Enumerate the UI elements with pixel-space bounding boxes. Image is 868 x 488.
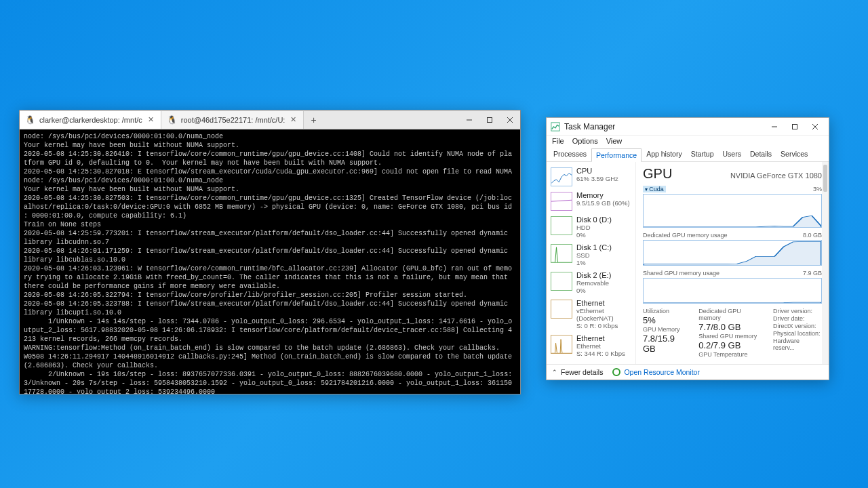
shmem-label: Shared GPU memory usage xyxy=(643,270,719,277)
sidebar-item-label: Ethernet xyxy=(576,300,631,307)
terminal-tab-2-label: root@46d175e22171: /mnt/c/U: xyxy=(181,116,285,124)
stat-shmem-value: 0.2/7.9 GB xyxy=(698,340,764,350)
fewer-details-button[interactable]: ⌃Fewer details xyxy=(552,368,603,376)
stat-util-label: Utilization xyxy=(643,308,689,314)
disk-mini-graph xyxy=(551,272,572,291)
memory-mini-graph xyxy=(551,192,572,211)
terminal-tabbar: 🐧 clarker@clarkerdesktop: /mnt/c ✕ 🐧 roo… xyxy=(20,110,520,129)
task-manager-title: Task Manager xyxy=(564,122,765,131)
close-button[interactable] xyxy=(500,112,520,128)
menu-view[interactable]: View xyxy=(606,137,623,145)
sidebar-item-disk-c[interactable]: Disk 1 (C:)SSD1% xyxy=(547,241,635,269)
stat-temp-label: GPU Temperature xyxy=(698,351,764,358)
stat-dedmem-value: 7.7/8.0 GB xyxy=(698,322,764,332)
sidebar-item-disk-d[interactable]: Disk 0 (D:)HDD0% xyxy=(547,214,635,241)
task-manager-icon xyxy=(551,122,560,131)
close-icon[interactable]: ✕ xyxy=(289,115,298,124)
dedicated-memory-chart[interactable] xyxy=(643,240,822,266)
gpu-details: Driver version: Driver date: DirectX ver… xyxy=(773,308,822,358)
menu-options[interactable]: Options xyxy=(572,137,598,145)
stat-dedmem-label: Dedicated GPU memory xyxy=(698,308,764,321)
sidebar-item-label: Disk 2 (E:) xyxy=(576,272,611,279)
gpu-device-name: NVIDIA GeForce GTX 1080 xyxy=(730,171,822,180)
minimize-button[interactable] xyxy=(459,112,479,128)
disk-mini-graph xyxy=(551,216,572,235)
close-icon[interactable]: ✕ xyxy=(146,115,155,124)
cuda-dropdown[interactable]: ▾ Cuda xyxy=(643,186,666,192)
svg-rect-1 xyxy=(488,117,492,122)
menu-file[interactable]: File xyxy=(552,137,564,145)
sidebar-item-cpu[interactable]: CPU61% 3.59 GHz xyxy=(547,165,635,189)
linux-icon: 🐧 xyxy=(25,115,35,125)
tab-services[interactable]: Services xyxy=(776,148,812,161)
sidebar-item-label: Ethernet xyxy=(576,335,625,342)
sidebar-item-label: CPU xyxy=(576,167,618,175)
stat-gpumem-value: 7.8/15.9 GB xyxy=(643,333,689,354)
disk-mini-graph xyxy=(551,244,572,263)
terminal-tab-2[interactable]: 🐧 root@46d175e22171: /mnt/c/U: ✕ xyxy=(161,111,304,129)
open-resource-monitor-link[interactable]: Open Resource Monitor xyxy=(612,368,699,376)
terminal-tab-1[interactable]: 🐧 clarker@clarkerdesktop: /mnt/c ✕ xyxy=(20,111,161,129)
linux-icon: 🐧 xyxy=(167,115,177,125)
cuda-percent: 3% xyxy=(813,186,822,192)
stat-gpumem-label: GPU Memory xyxy=(643,326,689,333)
tab-details[interactable]: Details xyxy=(746,148,776,161)
task-manager-window: Task Manager File Options View Processes… xyxy=(546,117,829,380)
task-manager-tabs: Processes Performance App history Startu… xyxy=(547,148,829,162)
shmem-max: 7.9 GB xyxy=(803,270,822,277)
sidebar-item-label: Disk 1 (C:) xyxy=(576,244,612,251)
task-manager-titlebar[interactable]: Task Manager xyxy=(547,118,829,136)
maximize-button[interactable] xyxy=(479,112,500,128)
stat-util-value: 5% xyxy=(643,315,689,325)
dedmem-max: 8.0 GB xyxy=(803,232,822,239)
terminal-tab-1-label: clarker@clarkerdesktop: /mnt/c xyxy=(39,116,142,124)
tab-processes[interactable]: Processes xyxy=(549,148,591,161)
terminal-window: 🐧 clarker@clarkerdesktop: /mnt/c ✕ 🐧 roo… xyxy=(19,110,521,394)
tab-performance[interactable]: Performance xyxy=(591,148,642,162)
gpu-title: GPU xyxy=(643,166,672,182)
sidebar-item-label: Memory xyxy=(576,192,630,199)
task-manager-menubar: File Options View xyxy=(547,136,829,148)
dedmem-label: Dedicated GPU memory usage xyxy=(643,232,728,239)
performance-sidebar[interactable]: CPU61% 3.59 GHz Memory9.5/15.9 GB (60%) … xyxy=(547,162,636,364)
sidebar-item-label: Disk 0 (D:) xyxy=(576,216,612,224)
scrollbar[interactable] xyxy=(822,162,829,364)
ethernet-mini-graph xyxy=(551,335,572,354)
stat-shmem-label: Shared GPU memory xyxy=(698,333,764,340)
maximize-button[interactable] xyxy=(785,120,804,134)
new-tab-button[interactable]: + xyxy=(304,115,323,125)
gpu-detail-pane: GPU NVIDIA GeForce GTX 1080 ▾ Cuda3% Ded… xyxy=(636,162,829,364)
shared-memory-chart[interactable] xyxy=(643,278,822,304)
minimize-button[interactable] xyxy=(765,120,784,134)
svg-rect-4 xyxy=(551,122,559,130)
chevron-up-icon: ⌃ xyxy=(552,369,557,375)
ethernet-mini-graph xyxy=(551,300,572,319)
sidebar-item-memory[interactable]: Memory9.5/15.9 GB (60%) xyxy=(547,189,635,214)
close-button[interactable] xyxy=(806,120,825,134)
cuda-chart[interactable] xyxy=(643,194,822,228)
sidebar-item-ethernet[interactable]: EthernetEthernetS: 344 R: 0 Kbps xyxy=(547,332,635,360)
tab-users[interactable]: Users xyxy=(719,148,745,161)
task-manager-footer: ⌃Fewer details Open Resource Monitor xyxy=(547,364,829,380)
svg-rect-6 xyxy=(793,124,797,129)
cpu-mini-graph xyxy=(551,167,572,186)
resource-monitor-icon xyxy=(612,368,620,376)
terminal-output[interactable]: node: /sys/bus/pci/devices/0000:01:00.0/… xyxy=(20,129,520,394)
sidebar-item-disk-e[interactable]: Disk 2 (E:)Removable0% xyxy=(547,269,635,297)
sidebar-item-ethernet-docker[interactable]: EthernetvEthernet (DockerNAT)S: 0 R: 0 K… xyxy=(547,297,635,332)
tab-startup[interactable]: Startup xyxy=(687,148,718,161)
tab-app-history[interactable]: App history xyxy=(642,148,686,161)
